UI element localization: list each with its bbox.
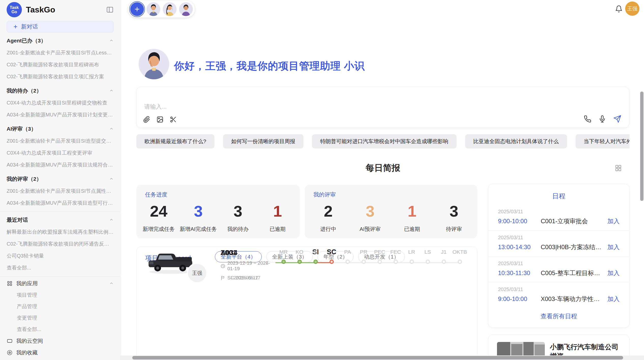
sidebar-item[interactable]: Z001-全新燃油轻卡产品开发项目SI造型提交物评审	[0, 135, 120, 147]
my-review-card: 我的评审 2 进行中 3 AI预评审 1 已逾期 3 待评审	[305, 185, 477, 238]
milestone-label: PA	[340, 247, 356, 257]
schedule-date: 2025/03/11	[498, 261, 620, 266]
my-apps-title: 我的应用	[16, 280, 38, 287]
avatar[interactable]	[163, 2, 177, 16]
user-avatar[interactable]: 王强	[625, 2, 639, 16]
project-owner-badge: 王强	[187, 263, 207, 283]
milestone-connector	[364, 262, 380, 263]
milestone[interactable]: LR	[404, 247, 420, 266]
section-title: 我的评审（2）	[7, 175, 42, 183]
send-icon[interactable]	[613, 115, 621, 123]
sidebar-item[interactable]: C0X4-动力总成开发项目SI里程碑提交物检查	[0, 97, 120, 109]
stat-value: 1	[391, 201, 433, 222]
horizontal-scrollbar-thumb[interactable]	[132, 356, 623, 359]
attachment-icon[interactable]	[143, 116, 150, 123]
horizontal-scrollbar[interactable]	[121, 355, 644, 360]
milestone-label: KO	[291, 247, 308, 257]
layout-grid-icon[interactable]	[614, 164, 622, 172]
recent-chat-item[interactable]: 公司Q3轻卡销量	[0, 250, 120, 262]
stat-label: AI预评审	[349, 226, 391, 233]
milestone[interactable]: SC	[324, 247, 340, 266]
milestone-label: J1	[436, 247, 452, 257]
section-header[interactable]: AI评审（3）	[0, 123, 120, 135]
apps-view-all[interactable]: 查看全部...	[0, 324, 120, 335]
collapse-sidebar-icon[interactable]	[106, 6, 114, 13]
sidebar-item[interactable]: A034-全新新能源MUV产品开发项目造型可行性评审	[0, 197, 120, 209]
milestone[interactable]: PA	[340, 247, 356, 266]
avatar[interactable]	[179, 2, 193, 16]
phone-call-icon[interactable]	[584, 115, 591, 123]
milestone[interactable]: J1	[436, 247, 452, 266]
image-upload-icon[interactable]	[156, 116, 164, 123]
chevron-up-icon[interactable]	[109, 218, 114, 222]
join-button[interactable]: 加入	[607, 295, 620, 303]
new-chat-label: 新对话	[21, 23, 38, 31]
schedule-time: 9:00-10:00	[498, 218, 541, 225]
stat-value: 3	[349, 201, 391, 222]
app-item[interactable]: 项目管理	[0, 289, 120, 301]
chevron-up-icon[interactable]	[109, 38, 114, 43]
app-item[interactable]: 变更管理	[0, 312, 120, 324]
join-button[interactable]: 加入	[607, 217, 620, 225]
view-all-schedule[interactable]: 查看所有日程	[488, 312, 629, 320]
avatar[interactable]	[147, 2, 160, 16]
milestone[interactable]: PEC	[372, 247, 388, 266]
section-header[interactable]: Agent已办（3）	[0, 35, 120, 47]
project-row[interactable]: 王强 A034 2023-12-19 ~ 2026-01-19 SC-2025-…	[147, 247, 468, 287]
screenshot-scissors-icon[interactable]	[170, 116, 177, 123]
recent-chat-item[interactable]: C02-飞腾新能源轻客改款项目的闭环通告反馈情况	[0, 238, 120, 250]
new-chat-button[interactable]: 新对话	[7, 21, 114, 33]
suggestion-chip[interactable]: 当下年轻人对汽车外观有怎样的喜好趋势	[576, 134, 630, 148]
stat-item: 3 新增AI完成任务	[179, 201, 218, 233]
milestone[interactable]: FEC	[388, 247, 404, 266]
milestone[interactable]: KO	[291, 247, 308, 266]
milestone[interactable]: SI	[308, 247, 324, 266]
chat-input[interactable]: 请输入...	[144, 103, 167, 111]
suggestion-chip[interactable]: 特朗普可能对进口汽车增税会对中国车企造成哪些影响	[312, 134, 457, 148]
recent-chat-item[interactable]: 解释最新出台的欧盟报废车法规再生塑料比例被调至15%...	[0, 226, 120, 238]
sidebar-item[interactable]: C02-飞腾新能源轻客改款项目立项汇报方案	[0, 71, 120, 83]
join-button[interactable]: 加入	[607, 243, 620, 251]
my-favorites[interactable]: 我的收藏	[0, 347, 120, 358]
suggestion-chip[interactable]: 如何写一份清晰的项目周报	[223, 134, 303, 148]
recent-view-all[interactable]: 查看全部...	[0, 262, 120, 274]
microphone-icon[interactable]	[598, 115, 606, 123]
notification-bell-icon[interactable]	[615, 5, 623, 13]
schedule-entry: 2025/03/11 10:30-11:30 C005-整车工程目标评审 加入	[488, 257, 629, 282]
milestone-dot	[458, 260, 462, 264]
sidebar-item[interactable]: A034-全新新能源MUV产品开发项目计划变更表编写	[0, 109, 120, 121]
add-session-button[interactable]	[130, 2, 144, 16]
milestone-label: PR	[356, 247, 372, 257]
sidebar-item[interactable]: Z001-全新燃油轻卡产品开发项目SI节点属性5D文件评审	[0, 185, 120, 197]
milestone-connector	[444, 262, 460, 263]
chevron-up-icon[interactable]	[109, 88, 114, 93]
milestone[interactable]: OKTB	[452, 247, 468, 266]
sidebar-item[interactable]: Z001-全新燃油皮卡产品开发项目SI节点Lesson Learn报告	[0, 47, 120, 59]
milestone[interactable]: PR	[356, 247, 372, 266]
suggestion-chip[interactable]: 比亚迪全固态电池计划具体说了什么	[465, 134, 567, 148]
milestone[interactable]: LS	[420, 247, 436, 266]
milestone[interactable]: MR	[275, 247, 291, 266]
chevron-up-icon[interactable]	[109, 177, 114, 181]
my-apps-header[interactable]: 我的应用	[0, 278, 120, 289]
sidebar-item[interactable]: C02-飞腾新能源轻客改款项目里程碑画布	[0, 59, 120, 71]
project-dates: 2023-12-19 ~ 2026-01-19	[221, 260, 275, 272]
my-cloud-space[interactable]: 我的云空间	[0, 335, 120, 347]
stat-label: 我的待办	[218, 226, 258, 233]
sidebar-item[interactable]: A034-全新新能源MUV产品开发项目法规符合性评审	[0, 159, 120, 171]
milestone-dot	[361, 260, 366, 264]
join-button[interactable]: 加入	[607, 269, 620, 277]
stat-item: 3 我的待办	[218, 201, 258, 233]
section-header[interactable]: 我的待办（2）	[0, 85, 120, 97]
chevron-up-icon[interactable]	[109, 127, 114, 131]
task-progress-card: 任务进度 24 新增完成任务 3 新增AI完成任务 3 我的待办 1 已逾期	[136, 185, 300, 238]
suggestion-chip[interactable]: 欧洲新规最近颁布了什么?	[136, 134, 214, 148]
vertical-scrollbar-thumb[interactable]	[640, 92, 643, 201]
section-header[interactable]: 我的评审（2）	[0, 173, 120, 185]
milestone-dot	[426, 260, 430, 264]
app-item[interactable]: 产品管理	[0, 301, 120, 312]
my-apps-list: 项目管理产品管理变更管理	[0, 289, 120, 324]
chevron-up-icon[interactable]	[109, 281, 114, 286]
recent-chats-header[interactable]: 最近对话	[0, 214, 120, 226]
sidebar-item[interactable]: C0X4-动力总成开发项目工程变更评审	[0, 147, 120, 159]
